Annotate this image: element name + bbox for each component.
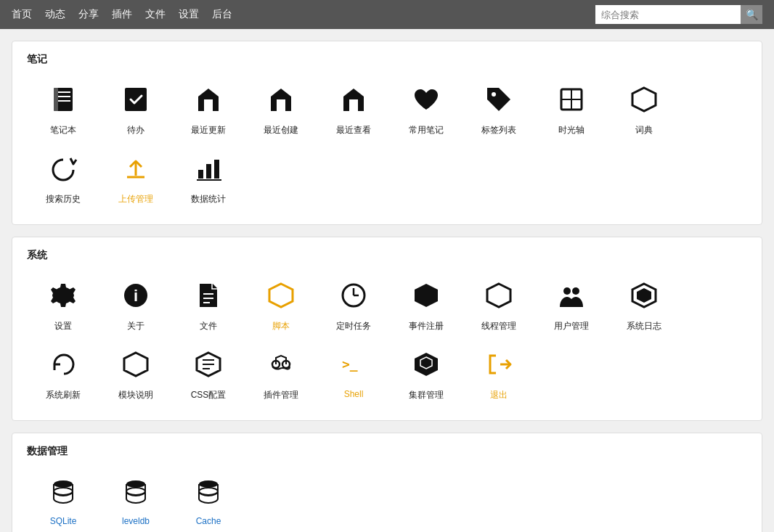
item-logout[interactable]: 退出 xyxy=(463,343,535,406)
dictionary-label: 词典 xyxy=(635,124,653,136)
nav-home[interactable]: 首页 xyxy=(12,8,32,21)
favorite-label: 常用笔记 xyxy=(409,124,444,136)
item-sys-refresh[interactable]: 系统刷新 xyxy=(27,343,99,406)
css-config-icon xyxy=(194,350,223,383)
svg-marker-44 xyxy=(415,353,438,376)
item-css-config[interactable]: CSS配置 xyxy=(172,343,245,406)
script-icon xyxy=(266,281,296,314)
nav-file[interactable]: 文件 xyxy=(145,8,166,21)
system-section: 系统 设置 i 关于 文件 xyxy=(12,237,762,421)
recent-create-label: 最近创建 xyxy=(264,124,298,136)
svg-rect-7 xyxy=(277,99,285,111)
item-plugin-manage[interactable]: 插件管理 xyxy=(245,343,317,406)
item-scheduled-task[interactable]: 定时任务 xyxy=(317,274,390,337)
thread-manage-label: 线程管理 xyxy=(481,320,516,332)
svg-marker-35 xyxy=(637,288,651,303)
data-stats-icon xyxy=(194,154,223,187)
svg-rect-6 xyxy=(204,99,213,111)
top-nav: 首页 动态 分享 插件 文件 设置 后台 🔍 xyxy=(0,0,774,29)
leveldb-icon xyxy=(121,477,150,510)
settings-icon xyxy=(49,281,78,314)
recent-view-icon xyxy=(339,85,368,118)
item-timeline[interactable]: 时光轴 xyxy=(535,78,608,141)
svg-point-52 xyxy=(199,488,218,495)
item-shell[interactable]: >_ Shell xyxy=(317,343,390,406)
svg-marker-26 xyxy=(269,284,293,307)
svg-point-50 xyxy=(126,488,145,495)
item-user-manage[interactable]: 用户管理 xyxy=(535,274,608,337)
system-grid: 设置 i 关于 文件 脚本 xyxy=(27,274,747,406)
svg-rect-8 xyxy=(349,99,358,111)
logout-label: 退出 xyxy=(490,389,508,401)
item-upload-manage[interactable]: 上传管理 xyxy=(99,147,172,210)
shell-icon: >_ xyxy=(339,350,368,383)
leveldb-label: leveldb xyxy=(122,516,150,526)
search-button[interactable]: 🔍 xyxy=(741,5,762,24)
svg-marker-13 xyxy=(632,88,656,111)
item-notebook[interactable]: 笔记本 xyxy=(27,78,99,141)
event-reg-icon xyxy=(412,281,441,314)
upload-manage-label: 上传管理 xyxy=(118,193,153,205)
item-about[interactable]: i 关于 xyxy=(99,274,172,337)
main-content: 笔记 笔记本 待办 最近更新 xyxy=(0,29,774,532)
item-todo[interactable]: 待办 xyxy=(99,78,172,141)
item-script[interactable]: 脚本 xyxy=(245,274,317,337)
cluster-manage-icon xyxy=(412,350,441,383)
item-recent-create[interactable]: 最近创建 xyxy=(245,78,317,141)
item-search-history[interactable]: 搜索历史 xyxy=(27,147,99,210)
svg-rect-17 xyxy=(206,164,211,179)
svg-point-47 xyxy=(54,480,73,488)
upload-manage-icon xyxy=(121,154,150,187)
notes-grid: 笔记本 待办 最近更新 最近创建 xyxy=(27,78,747,210)
thread-manage-icon xyxy=(484,281,513,314)
logout-icon xyxy=(484,350,513,383)
item-event-reg[interactable]: 事件注册 xyxy=(390,274,463,337)
dictionary-icon xyxy=(630,85,659,118)
item-cache[interactable]: Cache xyxy=(172,470,245,531)
sys-refresh-label: 系统刷新 xyxy=(46,389,81,401)
system-title: 系统 xyxy=(27,249,747,262)
favorite-icon xyxy=(412,85,441,118)
item-settings[interactable]: 设置 xyxy=(27,274,99,337)
item-module-info[interactable]: 模块说明 xyxy=(99,343,172,406)
file-icon xyxy=(194,281,223,314)
item-thread-manage[interactable]: 线程管理 xyxy=(463,274,535,337)
search-box: 🔍 xyxy=(595,5,762,24)
settings-label: 设置 xyxy=(54,320,72,332)
notebook-icon xyxy=(49,85,78,118)
user-manage-icon xyxy=(557,281,586,314)
nav-settings[interactable]: 设置 xyxy=(179,8,199,21)
item-sqlite[interactable]: SQLite xyxy=(27,470,99,531)
recent-update-label: 最近更新 xyxy=(191,124,226,136)
item-system-log[interactable]: 系统日志 xyxy=(608,274,680,337)
nav-share[interactable]: 分享 xyxy=(78,8,99,21)
item-data-stats[interactable]: 数据统计 xyxy=(172,147,245,210)
nav-plugin[interactable]: 插件 xyxy=(112,8,132,21)
item-favorite[interactable]: 常用笔记 xyxy=(390,78,463,141)
item-dictionary[interactable]: 词典 xyxy=(608,78,680,141)
nav-admin[interactable]: 后台 xyxy=(212,8,232,21)
css-config-label: CSS配置 xyxy=(191,389,227,401)
svg-point-48 xyxy=(54,488,73,495)
item-file[interactable]: 文件 xyxy=(172,274,245,337)
about-icon: i xyxy=(121,281,150,314)
nav-dynamic[interactable]: 动态 xyxy=(45,8,65,21)
tag-list-icon xyxy=(484,85,513,118)
svg-text:>_: >_ xyxy=(342,356,358,372)
item-recent-view[interactable]: 最近查看 xyxy=(317,78,390,141)
tag-list-label: 标签列表 xyxy=(481,124,516,136)
svg-marker-36 xyxy=(124,353,147,376)
sys-refresh-icon xyxy=(49,350,78,383)
item-tag-list[interactable]: 标签列表 xyxy=(463,78,535,141)
svg-point-32 xyxy=(563,287,571,295)
plugin-manage-icon xyxy=(266,350,296,383)
item-leveldb[interactable]: leveldb xyxy=(99,470,172,531)
search-input[interactable] xyxy=(595,5,741,24)
svg-point-9 xyxy=(492,92,496,97)
recent-create-icon xyxy=(266,85,296,118)
timeline-label: 时光轴 xyxy=(558,124,584,136)
data-stats-label: 数据统计 xyxy=(191,193,226,205)
cluster-manage-label: 集群管理 xyxy=(409,389,444,401)
item-recent-update[interactable]: 最近更新 xyxy=(172,78,245,141)
item-cluster-manage[interactable]: 集群管理 xyxy=(390,343,463,406)
